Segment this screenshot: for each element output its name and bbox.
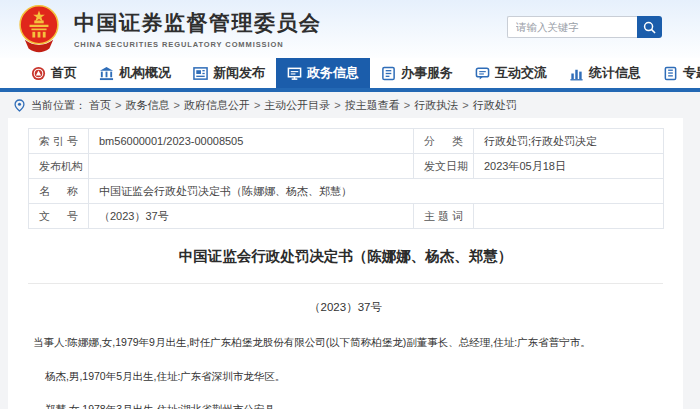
nav-item-label: 政务信息 — [307, 64, 359, 82]
monitor-icon — [287, 66, 302, 81]
nav-item-home[interactable]: 首页 — [20, 58, 88, 88]
search-bar — [507, 16, 662, 38]
nav-item-about[interactable]: 机构概况 — [88, 58, 182, 88]
bookmark-doc-icon — [663, 66, 678, 81]
breadcrumb-separator: > — [334, 99, 340, 111]
nav-item-special-columns[interactable]: 专题专栏 — [652, 58, 700, 88]
breadcrumb-item-by-topic[interactable]: 按主题查看 — [345, 98, 400, 113]
site-header: 中国证券监督管理委员会 CHINA SECURITIES REGULATORY … — [0, 0, 700, 58]
meta-label-category: 分类 — [414, 129, 474, 154]
nav-item-label: 专题专栏 — [683, 64, 700, 82]
nav-item-label: 首页 — [51, 64, 77, 82]
nav-item-statistics[interactable]: 统计信息 — [558, 58, 652, 88]
breadcrumb-item-home[interactable]: 首页 — [89, 98, 111, 113]
table-row: 索引号 bm56000001/2023-00008505 分类 行政处罚;行政处… — [29, 129, 664, 154]
breadcrumb-item-active-catalog[interactable]: 主动公开目录 — [264, 98, 330, 113]
meta-label-doc-number: 文号 — [29, 204, 89, 229]
newspaper-icon — [193, 66, 208, 81]
breadcrumb-separator: > — [254, 99, 260, 111]
breadcrumb-separator: > — [404, 99, 410, 111]
nav-item-label: 新闻发布 — [213, 64, 265, 82]
document-icon — [381, 66, 396, 81]
location-pin-icon — [14, 99, 25, 112]
document-meta-table: 索引号 bm56000001/2023-00008505 分类 行政处罚;行政处… — [28, 128, 664, 229]
breadcrumb-item-info-disclosure[interactable]: 政府信息公开 — [184, 98, 250, 113]
breadcrumb-item-enforcement[interactable]: 行政执法 — [414, 98, 458, 113]
chat-bubble-icon — [475, 66, 490, 81]
breadcrumb-item-penalty: 行政处罚 — [473, 98, 517, 113]
paragraph-zhenghui: 郑慧,女,1978年3月出生,住址:湖北省荆州市公安县。 — [28, 402, 663, 409]
meta-label-issue-date: 发文日期 — [414, 154, 474, 179]
nav-item-services[interactable]: 办事服务 — [370, 58, 464, 88]
search-button[interactable] — [637, 16, 662, 38]
breadcrumb-separator: > — [115, 99, 121, 111]
meta-value-doc-number: （2023）37号 — [89, 204, 414, 229]
meta-label-index-number: 索引号 — [29, 129, 89, 154]
meta-label-name: 名称 — [29, 179, 89, 204]
main-nav: 首页 机构概况 新闻发布 — [0, 58, 700, 92]
meta-value-issuing-agency — [89, 154, 414, 179]
divider — [28, 283, 663, 284]
national-emblem-logo — [14, 3, 64, 55]
breadcrumb-prefix: 当前位置： — [31, 98, 86, 113]
search-icon — [643, 21, 656, 34]
breadcrumb-separator: > — [462, 99, 468, 111]
document-body: 当事人:陈娜娜,女,1979年9月出生,时任广东柏堡龙股份有限公司(以下简称柏堡… — [28, 335, 663, 409]
csrc-home-icon — [31, 66, 46, 81]
site-title-block: 中国证券监督管理委员会 CHINA SECURITIES REGULATORY … — [74, 9, 322, 49]
meta-value-category: 行政处罚;行政处罚决定 — [474, 129, 664, 154]
document-title: 中国证监会行政处罚决定书（陈娜娜、杨杰、郑慧） — [28, 247, 663, 266]
nav-item-label: 机构概况 — [119, 64, 171, 82]
table-row: 名称 中国证监会行政处罚决定书（陈娜娜、杨杰、郑慧） — [29, 179, 664, 204]
meta-value-index-number: bm56000001/2023-00008505 — [89, 129, 414, 154]
bank-icon — [99, 66, 114, 81]
site-title: 中国证券监督管理委员会 — [74, 9, 322, 37]
breadcrumb: 当前位置： 首页 > 政务信息 > 政府信息公开 > 主动公开目录 > 按主题查… — [0, 92, 700, 118]
meta-value-name: 中国证监会行政处罚决定书（陈娜娜、杨杰、郑慧） — [89, 179, 664, 204]
table-row: 文号 （2023）37号 主题词 — [29, 204, 664, 229]
nav-item-gov-info[interactable]: 政务信息 — [276, 58, 370, 88]
meta-label-subject-words: 主题词 — [414, 204, 474, 229]
table-row: 发布机构 发文日期 2023年05月18日 — [29, 154, 664, 179]
document-number: （2023）37号 — [28, 300, 663, 315]
breadcrumb-separator: > — [173, 99, 179, 111]
paragraph-parties: 当事人:陈娜娜,女,1979年9月出生,时任广东柏堡龙股份有限公司(以下简称柏堡… — [28, 335, 663, 350]
search-input[interactable] — [507, 16, 637, 38]
breadcrumb-item-gov-info[interactable]: 政务信息 — [125, 98, 169, 113]
nav-item-label: 互动交流 — [495, 64, 547, 82]
meta-value-subject-words — [474, 204, 664, 229]
content-panel: 索引号 bm56000001/2023-00008505 分类 行政处罚;行政处… — [8, 118, 683, 409]
meta-value-issue-date: 2023年05月18日 — [474, 154, 664, 179]
meta-label-issuing-agency: 发布机构 — [29, 154, 89, 179]
nav-item-label: 办事服务 — [401, 64, 453, 82]
site-subtitle: CHINA SECURITIES REGULATORY COMMISSION — [74, 40, 322, 49]
bar-chart-icon — [569, 66, 584, 81]
nav-item-news[interactable]: 新闻发布 — [182, 58, 276, 88]
nav-item-interaction[interactable]: 互动交流 — [464, 58, 558, 88]
paragraph-yangjie: 杨杰,男,1970年5月出生,住址:广东省深圳市龙华区。 — [28, 369, 663, 384]
nav-item-label: 统计信息 — [589, 64, 641, 82]
